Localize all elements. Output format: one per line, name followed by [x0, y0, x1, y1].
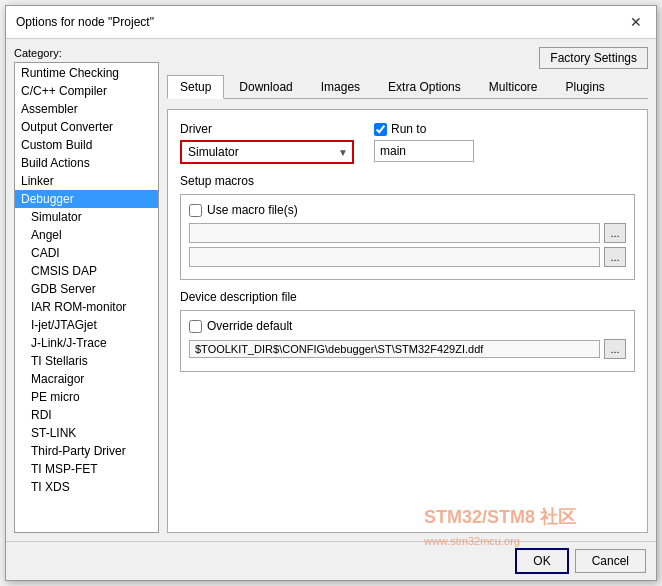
category-item-gdb-server[interactable]: GDB Server [15, 280, 158, 298]
category-list[interactable]: Runtime CheckingC/C++ CompilerAssemblerO… [14, 62, 159, 533]
category-item-angel[interactable]: Angel [15, 226, 158, 244]
driver-select[interactable]: Simulator [182, 142, 352, 162]
category-item-rdi[interactable]: RDI [15, 406, 158, 424]
runto-group: Run to [374, 122, 474, 162]
factory-settings-button[interactable]: Factory Settings [539, 47, 648, 69]
macro-input-2[interactable] [189, 247, 600, 267]
category-item-assembler[interactable]: Assembler [15, 100, 158, 118]
runto-input[interactable] [374, 140, 474, 162]
tabs-row: SetupDownloadImagesExtra OptionsMulticor… [167, 75, 648, 99]
macro-input-1-row: ... [189, 223, 626, 243]
tab-setup[interactable]: Setup [167, 75, 224, 99]
runto-checkbox[interactable] [374, 123, 387, 136]
setup-macros-box: Use macro file(s) ... ... [180, 194, 635, 280]
use-macro-row: Use macro file(s) [189, 203, 626, 217]
macro-browse-1-button[interactable]: ... [604, 223, 626, 243]
category-item-jlink[interactable]: J-Link/J-Trace [15, 334, 158, 352]
category-item-macraigor[interactable]: Macraigor [15, 370, 158, 388]
category-item-cadi[interactable]: CADI [15, 244, 158, 262]
category-label: Category: [14, 47, 159, 59]
category-item-cmsis-dap[interactable]: CMSIS DAP [15, 262, 158, 280]
category-item-ti-xds[interactable]: TI XDS [15, 478, 158, 496]
close-button[interactable]: ✕ [626, 14, 646, 30]
title-bar: Options for node "Project" ✕ [6, 6, 656, 39]
category-item-third-party[interactable]: Third-Party Driver [15, 442, 158, 460]
category-item-st-link[interactable]: ST-LINK [15, 424, 158, 442]
device-desc-label: Device description file [180, 290, 635, 304]
driver-group: Driver Simulator ▼ [180, 122, 354, 164]
tab-download[interactable]: Download [226, 75, 305, 98]
device-path-row: ... [189, 339, 626, 359]
category-item-iar-rom-monitor[interactable]: IAR ROM-monitor [15, 298, 158, 316]
category-panel: Category: Runtime CheckingC/C++ Compiler… [14, 47, 159, 533]
override-default-row: Override default [189, 319, 626, 333]
cancel-button[interactable]: Cancel [575, 549, 646, 573]
category-item-build-actions[interactable]: Build Actions [15, 154, 158, 172]
use-macro-checkbox[interactable] [189, 204, 202, 217]
category-item-custom-build[interactable]: Custom Build [15, 136, 158, 154]
dialog-footer: STM32/STM8 社区 www.stm32mcu.org OK Cancel [6, 541, 656, 580]
override-default-checkbox[interactable] [189, 320, 202, 333]
category-item-runtime-checking[interactable]: Runtime Checking [15, 64, 158, 82]
device-browse-button[interactable]: ... [604, 339, 626, 359]
driver-select-wrapper: Simulator ▼ [180, 140, 354, 164]
override-default-label: Override default [207, 319, 292, 333]
category-item-output-converter[interactable]: Output Converter [15, 118, 158, 136]
tab-plugins[interactable]: Plugins [552, 75, 617, 98]
category-item-debugger[interactable]: Debugger [15, 190, 158, 208]
tab-content: Driver Simulator ▼ [167, 109, 648, 533]
runto-row: Run to [374, 122, 474, 136]
device-path-input[interactable] [189, 340, 600, 358]
dialog: Options for node "Project" ✕ Category: R… [5, 5, 657, 581]
category-item-ti-msp-fet[interactable]: TI MSP-FET [15, 460, 158, 478]
macro-input-1[interactable] [189, 223, 600, 243]
dialog-body: Category: Runtime CheckingC/C++ Compiler… [6, 39, 656, 541]
tab-images[interactable]: Images [308, 75, 373, 98]
category-item-cpp-compiler[interactable]: C/C++ Compiler [15, 82, 158, 100]
tab-extra-options[interactable]: Extra Options [375, 75, 474, 98]
use-macro-label: Use macro file(s) [207, 203, 298, 217]
category-item-ti-stellaris[interactable]: TI Stellaris [15, 352, 158, 370]
dialog-title: Options for node "Project" [16, 15, 154, 29]
setup-macros-label: Setup macros [180, 174, 635, 188]
device-desc-box: Override default ... [180, 310, 635, 372]
category-item-i-jet[interactable]: I-jet/JTAGjet [15, 316, 158, 334]
driver-select-container: Simulator ▼ [182, 142, 352, 162]
driver-runto-row: Driver Simulator ▼ [180, 122, 635, 164]
main-panel: Factory Settings SetupDownloadImagesExtr… [167, 47, 648, 533]
macro-input-2-row: ... [189, 247, 626, 267]
category-item-pe-micro[interactable]: PE micro [15, 388, 158, 406]
macro-browse-2-button[interactable]: ... [604, 247, 626, 267]
category-item-linker[interactable]: Linker [15, 172, 158, 190]
ok-button[interactable]: OK [515, 548, 568, 574]
tab-multicore[interactable]: Multicore [476, 75, 551, 98]
driver-label: Driver [180, 122, 354, 136]
runto-label: Run to [391, 122, 426, 136]
factory-settings-row: Factory Settings [167, 47, 648, 69]
category-item-simulator[interactable]: Simulator [15, 208, 158, 226]
